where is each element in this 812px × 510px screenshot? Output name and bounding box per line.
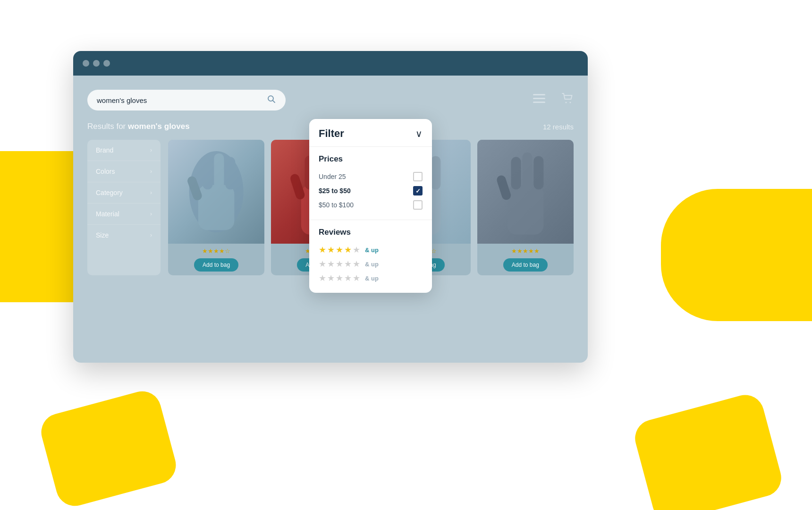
prices-title: Prices bbox=[319, 154, 423, 164]
product-footer-1: ★★★★☆ Add to bag bbox=[168, 244, 264, 275]
price-25to50-label: $25 to $50 bbox=[319, 187, 351, 195]
svg-rect-11 bbox=[225, 157, 235, 189]
sidebar-item-brand[interactable]: Brand › bbox=[87, 140, 161, 161]
svg-point-5 bbox=[566, 102, 567, 103]
reviews-4star-label[interactable]: & up bbox=[365, 246, 379, 254]
results-title: Results for women's gloves bbox=[87, 122, 190, 131]
star-2: ★ bbox=[327, 245, 335, 255]
glove-image-4 bbox=[477, 140, 574, 244]
reviews-title: Reviews bbox=[319, 228, 423, 237]
price-50to100-row: $50 to $100 bbox=[319, 198, 423, 212]
size-label: Size bbox=[96, 231, 109, 239]
svg-rect-26 bbox=[533, 156, 543, 189]
svg-rect-27 bbox=[496, 174, 512, 201]
product-stars-4: ★★★★★ bbox=[511, 247, 540, 255]
browser-window: women's gloves bbox=[73, 51, 588, 363]
browser-dot-1 bbox=[83, 60, 89, 67]
svg-line-1 bbox=[273, 101, 275, 103]
price-50to100-checkbox[interactable] bbox=[413, 200, 423, 210]
reviews-row-1star[interactable]: ★ ★ ★ ★ ★ & up bbox=[319, 271, 423, 285]
browser-dot-2 bbox=[93, 60, 100, 67]
price-25to50-row: $25 to $50 bbox=[319, 184, 423, 198]
decorative-shape-bottom-right bbox=[631, 391, 785, 510]
svg-rect-3 bbox=[533, 98, 545, 99]
product-stars-1: ★★★★☆ bbox=[202, 247, 230, 255]
star-1: ★ bbox=[319, 273, 326, 283]
search-query-text: women's gloves bbox=[97, 96, 147, 104]
material-chevron-icon: › bbox=[150, 211, 152, 217]
filter-panel-header: Filter ∨ bbox=[309, 119, 432, 147]
search-icon bbox=[267, 94, 276, 106]
add-to-bag-button-4[interactable]: Add to bag bbox=[503, 258, 548, 272]
sidebar-item-size[interactable]: Size › bbox=[87, 225, 161, 246]
product-card-1: ★★★★☆ Add to bag bbox=[168, 140, 264, 275]
reviews-row-2star[interactable]: ★ ★ ★ ★ ★ & up bbox=[319, 257, 423, 271]
prices-section: Prices Under 25 $25 to $50 $50 to $100 bbox=[309, 147, 432, 220]
svg-rect-23 bbox=[507, 185, 544, 235]
decorative-shape-bottom-left bbox=[37, 387, 180, 510]
reviews-row-4star[interactable]: ★ ★ ★ ★ ★ & up bbox=[319, 243, 423, 257]
browser-content: women's gloves bbox=[73, 76, 588, 363]
results-count: 12 results bbox=[543, 123, 574, 131]
reviews-1star-label[interactable]: & up bbox=[365, 275, 379, 282]
filter-sidebar: Brand › Colors › Category › Material › S… bbox=[87, 140, 161, 275]
svg-rect-9 bbox=[203, 158, 212, 189]
star-4: ★ bbox=[344, 259, 352, 269]
menu-icon[interactable] bbox=[533, 94, 545, 106]
star-3: ★ bbox=[336, 245, 343, 255]
product-card-4: ★★★★★ Add to bag bbox=[477, 140, 574, 275]
star-4: ★ bbox=[344, 273, 352, 283]
decorative-shape-right bbox=[661, 189, 812, 321]
sidebar-item-colors[interactable]: Colors › bbox=[87, 161, 161, 182]
product-image-4 bbox=[477, 140, 574, 244]
material-label: Material bbox=[96, 210, 119, 218]
reviews-2star-label[interactable]: & up bbox=[365, 261, 379, 268]
brand-label: Brand bbox=[96, 146, 113, 154]
svg-rect-17 bbox=[289, 173, 306, 201]
svg-rect-2 bbox=[533, 94, 545, 95]
star-5: ★ bbox=[353, 259, 360, 269]
product-image-1 bbox=[168, 140, 264, 244]
price-under25-checkbox[interactable] bbox=[413, 172, 423, 181]
sidebar-item-category[interactable]: Category › bbox=[87, 182, 161, 204]
filter-panel-chevron-icon[interactable]: ∨ bbox=[415, 128, 423, 139]
results-query-bold: women's gloves bbox=[128, 122, 190, 131]
star-1: ★ bbox=[319, 259, 326, 269]
filter-panel: Filter ∨ Prices Under 25 $25 to $50 $50 … bbox=[309, 119, 432, 293]
star-3: ★ bbox=[336, 273, 343, 283]
filter-panel-title: Filter bbox=[319, 128, 344, 140]
price-50to100-label: $50 to $100 bbox=[319, 201, 354, 209]
svg-rect-24 bbox=[511, 157, 521, 189]
colors-chevron-icon: › bbox=[150, 168, 152, 175]
star-5: ★ bbox=[353, 245, 360, 255]
star-4: ★ bbox=[344, 245, 352, 255]
svg-point-6 bbox=[570, 102, 571, 103]
svg-rect-8 bbox=[198, 185, 235, 230]
price-under25-label: Under 25 bbox=[319, 173, 346, 180]
search-box[interactable]: women's gloves bbox=[87, 90, 286, 110]
stars-2-filled: ★ ★ ★ ★ ★ bbox=[319, 259, 360, 269]
category-chevron-icon: › bbox=[150, 189, 152, 196]
brand-chevron-icon: › bbox=[150, 147, 152, 153]
browser-dot-3 bbox=[103, 60, 110, 67]
star-2: ★ bbox=[327, 259, 335, 269]
reviews-section: Reviews ★ ★ ★ ★ ★ & up ★ ★ bbox=[309, 220, 432, 293]
product-footer-4: ★★★★★ Add to bag bbox=[477, 244, 574, 275]
glove-image-1 bbox=[168, 140, 264, 244]
sidebar-item-material[interactable]: Material › bbox=[87, 204, 161, 225]
add-to-bag-button-1[interactable]: Add to bag bbox=[194, 258, 238, 272]
svg-rect-4 bbox=[533, 102, 545, 103]
svg-rect-25 bbox=[522, 153, 532, 189]
size-chevron-icon: › bbox=[150, 232, 152, 238]
star-2: ★ bbox=[327, 273, 335, 283]
star-1: ★ bbox=[319, 245, 326, 255]
search-row: women's gloves bbox=[87, 90, 574, 110]
stars-4-filled: ★ ★ ★ ★ ★ bbox=[319, 245, 360, 255]
category-label: Category bbox=[96, 189, 123, 196]
stars-1-filled: ★ ★ ★ ★ ★ bbox=[319, 273, 360, 283]
cart-icon[interactable] bbox=[561, 93, 574, 108]
price-25to50-checkbox[interactable] bbox=[413, 186, 423, 196]
colors-label: Colors bbox=[96, 168, 115, 175]
price-under25-row: Under 25 bbox=[319, 170, 423, 184]
star-3: ★ bbox=[336, 259, 343, 269]
